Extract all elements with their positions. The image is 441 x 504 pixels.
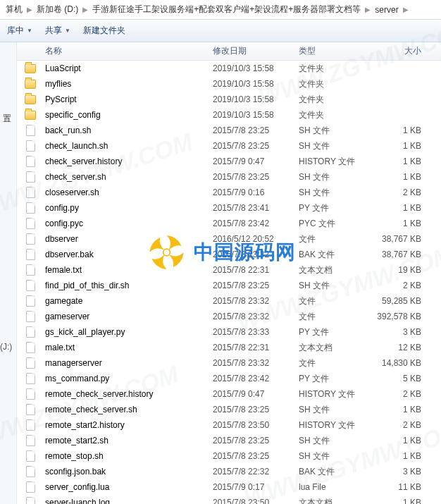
file-size: 1 KB: [375, 219, 431, 228]
file-type: HISTORY 文件: [299, 419, 375, 431]
table-row[interactable]: dbserver2016/5/12 20:52文件38,767 KB: [17, 231, 441, 247]
file-icon: [17, 295, 44, 307]
file-name: myflies: [44, 79, 213, 89]
file-type: 文件夹: [299, 94, 375, 106]
file-date: 2015/7/8 23:42: [213, 374, 299, 383]
file-date: 2015/7/8 23:32: [213, 312, 299, 321]
table-row[interactable]: LuaScript2019/10/3 15:58文件夹: [17, 61, 441, 76]
file-name: config.pyc: [44, 219, 213, 228]
breadcrumb[interactable]: 算机 ▶ 新加卷 (D:) ▶ 手游新征途手工架设服务端+配套双客户端+架设流程…: [0, 0, 441, 20]
breadcrumb-item[interactable]: 新加卷 (D:): [37, 4, 78, 16]
file-type: PY 文件: [299, 202, 375, 214]
table-row[interactable]: closeserver.sh2015/7/9 0:16SH 文件2 KB: [17, 185, 441, 200]
newfolder-button[interactable]: 新建文件夹: [83, 25, 125, 37]
table-row[interactable]: server-luanch.log2015/7/8 23:50文本文档1 KB: [17, 495, 441, 504]
file-date: 2015/7/9 0:16: [213, 188, 299, 197]
file-date: 2016/5/12 20:52: [213, 234, 299, 244]
table-row[interactable]: server_config.lua2015/7/9 0:17lua File11…: [17, 479, 441, 495]
file-icon: [17, 342, 44, 353]
column-headers: 名称 修改日期 类型 大小: [17, 42, 441, 61]
file-date: 2015/7/8 23:25: [213, 172, 299, 182]
breadcrumb-item[interactable]: 算机: [6, 4, 23, 16]
file-name: remote_check_server.history: [44, 389, 213, 399]
folder-icon: [17, 95, 44, 104]
file-name: dbserver: [44, 234, 213, 244]
file-type: SH 文件: [299, 187, 375, 199]
table-row[interactable]: sconfig.json.bak2015/7/8 22:32BAK 文件3 KB: [17, 464, 441, 479]
file-date: 2019/10/3 15:58: [213, 79, 299, 89]
file-type: lua File: [299, 482, 375, 492]
file-icon: [17, 249, 44, 260]
file-type: BAK 文件: [299, 466, 375, 478]
table-row[interactable]: male.txt2015/7/8 22:31文本文档12 KB: [17, 340, 441, 355]
file-name: dbserver.bak: [44, 250, 213, 259]
file-icon: [17, 264, 44, 276]
file-date: 2015/7/8 23:42: [213, 219, 299, 228]
file-name: remote_start2.sh: [44, 436, 213, 445]
file-date: 2015/7/8 23:32: [213, 358, 299, 368]
header-type[interactable]: 类型: [299, 45, 375, 57]
file-size: 1 KB: [375, 436, 431, 445]
folder-icon: [17, 80, 44, 89]
share-button[interactable]: 共享 ▼: [45, 25, 70, 37]
file-name: closeserver.sh: [44, 188, 213, 197]
file-type: HISTORY 文件: [299, 388, 375, 400]
file-name: gameserver: [44, 312, 213, 321]
table-row[interactable]: dbserver.bak2015/7/8 23:32BAK 文件38,767 K…: [17, 247, 441, 262]
table-row[interactable]: check_server.sh2015/7/8 23:25SH 文件1 KB: [17, 169, 441, 185]
table-row[interactable]: config.pyc2015/7/8 23:42PYC 文件1 KB: [17, 216, 441, 231]
header-date[interactable]: 修改日期: [213, 45, 299, 57]
file-size: 1 KB: [375, 451, 431, 461]
table-row[interactable]: check_launch.sh2015/7/8 23:25SH 文件1 KB: [17, 138, 441, 154]
file-name: server-luanch.log: [44, 498, 213, 504]
breadcrumb-item[interactable]: 手游新征途手工架设服务端+配套双客户端+架设流程+服务器部署文档等: [92, 4, 361, 16]
file-size: 19 KB: [375, 265, 431, 275]
chevron-down-icon: ▼: [27, 27, 32, 34]
file-list-pane: 名称 修改日期 类型 大小 LuaScript2019/10/3 15:58文件…: [17, 42, 441, 504]
file-icon: [17, 357, 44, 369]
table-row[interactable]: specific_config2019/10/3 15:58文件夹: [17, 107, 441, 123]
file-icon: [17, 435, 44, 446]
file-name: female.txt: [44, 265, 213, 275]
file-type: BAK 文件: [299, 249, 375, 261]
breadcrumb-item[interactable]: server: [375, 5, 398, 15]
file-type: SH 文件: [299, 404, 375, 416]
table-row[interactable]: PyScript2019/10/3 15:58文件夹: [17, 92, 441, 107]
table-row[interactable]: find_pid_of_this_dir.sh2015/7/8 23:25SH …: [17, 278, 441, 293]
organize-button[interactable]: 库中 ▼: [7, 25, 32, 37]
table-row[interactable]: config.py2015/7/8 23:41PY 文件1 KB: [17, 200, 441, 216]
file-date: 2019/10/3 15:58: [213, 63, 299, 73]
file-type: 文本文档: [299, 264, 375, 276]
file-date: 2015/7/8 23:25: [213, 281, 299, 290]
table-row[interactable]: check_server.history2015/7/9 0:47HISTORY…: [17, 154, 441, 169]
table-row[interactable]: myflies2019/10/3 15:58文件夹: [17, 76, 441, 92]
table-row[interactable]: remote_check_server.history2015/7/9 0:47…: [17, 386, 441, 402]
file-date: 2015/7/9 0:47: [213, 156, 299, 166]
table-row[interactable]: managerserver2015/7/8 23:32文件14,830 KB: [17, 355, 441, 371]
file-name: ms_command.py: [44, 374, 213, 383]
table-row[interactable]: remote_stop.sh2015/7/8 23:25SH 文件1 KB: [17, 448, 441, 464]
file-date: 2015/7/8 23:25: [213, 125, 299, 135]
organize-label: 库中: [7, 25, 24, 37]
table-row[interactable]: gameserver2015/7/8 23:32文件392,578 KB: [17, 309, 441, 324]
file-date: 2015/7/9 0:17: [213, 482, 299, 492]
file-icon: [17, 466, 44, 477]
table-row[interactable]: gs_kick_all_player.py2015/7/8 23:33PY 文件…: [17, 324, 441, 340]
file-type: 文件: [299, 357, 375, 369]
file-date: 2015/7/8 23:25: [213, 141, 299, 151]
file-icon: [17, 202, 44, 214]
table-row[interactable]: remote_start2.history2015/7/8 23:50HISTO…: [17, 417, 441, 433]
table-row[interactable]: remote_check_server.sh2015/7/8 23:25SH 文…: [17, 402, 441, 417]
file-type: PYC 文件: [299, 218, 375, 230]
table-row[interactable]: female.txt2015/7/8 22:31文本文档19 KB: [17, 262, 441, 278]
table-row[interactable]: remote_start2.sh2015/7/8 23:25SH 文件1 KB: [17, 433, 441, 448]
table-row[interactable]: ms_command.py2015/7/8 23:42PY 文件5 KB: [17, 371, 441, 386]
file-icon: [17, 450, 44, 462]
table-row[interactable]: gamegate2015/7/8 23:32文件59,285 KB: [17, 293, 441, 309]
table-row[interactable]: back_run.sh2015/7/8 23:25SH 文件1 KB: [17, 123, 441, 138]
file-icon: [17, 125, 44, 136]
header-name[interactable]: 名称: [44, 45, 213, 57]
header-size[interactable]: 大小: [375, 45, 431, 57]
sidebar: 置 (J:): [0, 42, 17, 504]
file-date: 2015/7/8 23:50: [213, 420, 299, 430]
